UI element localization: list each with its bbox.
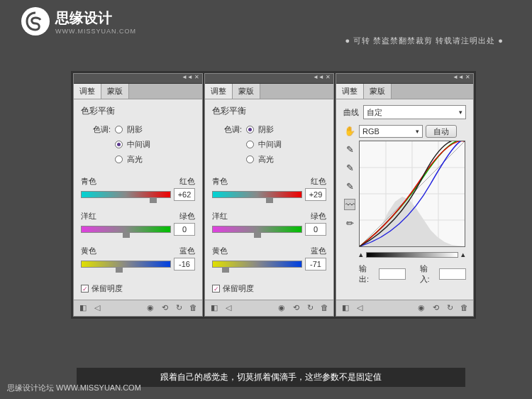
tab-adjust[interactable]: 调整 bbox=[74, 84, 101, 99]
section-title: 色彩平衡 bbox=[212, 105, 326, 117]
slider-thumb[interactable] bbox=[116, 267, 123, 273]
checkbox-preserve[interactable]: ✓ bbox=[212, 285, 220, 293]
reset-icon[interactable]: ⟲ bbox=[160, 303, 170, 313]
tab-adjust[interactable]: 调整 bbox=[205, 84, 233, 99]
slider-track-mg[interactable] bbox=[81, 226, 171, 233]
tab-adjust[interactable]: 调整 bbox=[336, 84, 364, 99]
checkbox-label: 保留明度 bbox=[92, 283, 123, 294]
white-point-icon[interactable]: ▴ bbox=[461, 250, 465, 259]
panel-titlebar[interactable] bbox=[205, 74, 333, 84]
tab-mask[interactable]: 蒙版 bbox=[364, 84, 392, 99]
value-cr[interactable]: +29 bbox=[305, 188, 326, 201]
preset-dropdown[interactable]: 自定 bbox=[363, 105, 466, 119]
panel-body: 色彩平衡 色调: 阴影 中间调 高光 bbox=[74, 99, 202, 300]
slider-track-cr[interactable] bbox=[212, 191, 302, 198]
input-value[interactable] bbox=[439, 268, 466, 280]
trash-icon[interactable]: 🗑 bbox=[459, 303, 469, 313]
output-value[interactable] bbox=[379, 268, 406, 280]
chevron-left-icon[interactable]: ◁ bbox=[355, 303, 365, 313]
brand-url: WWW.MISSYUAN.COM bbox=[55, 28, 136, 35]
label-green: 绿色 bbox=[179, 211, 195, 222]
slider-cyan-red: 青色红色 +62 bbox=[81, 176, 195, 201]
black-point-icon[interactable]: ▴ bbox=[359, 250, 363, 259]
chevron-left-icon[interactable]: ◁ bbox=[223, 303, 233, 313]
logo-text-wrap: 思缘设计 WWW.MISSYUAN.COM bbox=[55, 9, 136, 35]
refresh-icon[interactable]: ↻ bbox=[445, 303, 455, 313]
color-balance-panel-2: 调整 蒙版 色彩平衡 色调:阴影 中间调 高光 青色红色 +29 洋红绿色 0 bbox=[204, 73, 334, 317]
value-mg[interactable]: 0 bbox=[305, 223, 326, 236]
eyedropper-white-icon[interactable]: ✎ bbox=[344, 180, 355, 192]
panel-titlebar[interactable] bbox=[74, 74, 202, 84]
tone-label: 色调: bbox=[219, 124, 242, 135]
panel-titlebar[interactable] bbox=[336, 74, 473, 84]
layer-icon[interactable]: ◧ bbox=[78, 303, 88, 313]
slider-track-cr[interactable] bbox=[81, 191, 171, 198]
value-mg[interactable]: 0 bbox=[174, 223, 195, 236]
refresh-icon[interactable]: ↻ bbox=[174, 303, 184, 313]
radio-midtones[interactable] bbox=[115, 141, 123, 148]
slider-thumb[interactable] bbox=[150, 197, 157, 203]
gradient-bar[interactable] bbox=[366, 252, 458, 258]
output-label: 输出: bbox=[359, 263, 376, 285]
trash-icon[interactable]: 🗑 bbox=[188, 303, 198, 313]
slider-thumb[interactable] bbox=[266, 197, 273, 203]
radio-highlights[interactable] bbox=[246, 155, 254, 163]
checkbox-preserve[interactable]: ✓ bbox=[81, 285, 89, 293]
eye-icon[interactable]: ◉ bbox=[145, 303, 155, 313]
curve-point-icon[interactable]: 〰 bbox=[344, 199, 355, 210]
slider-thumb[interactable] bbox=[254, 232, 261, 238]
tone-row-highlights: 高光 bbox=[88, 154, 195, 165]
eyedropper-gray-icon[interactable]: ✎ bbox=[344, 162, 355, 173]
radio-shadows[interactable] bbox=[115, 126, 123, 133]
logo-icon bbox=[21, 7, 50, 35]
tab-mask[interactable]: 蒙版 bbox=[101, 84, 129, 99]
radio-midtones[interactable] bbox=[246, 141, 254, 148]
eye-icon[interactable]: ◉ bbox=[416, 303, 426, 313]
label-cyan: 青色 bbox=[212, 176, 228, 187]
label-red: 红色 bbox=[179, 176, 195, 187]
top-notice: ● 可转 禁盗禁翻禁裁剪 转载请注明出处 ● bbox=[345, 35, 504, 46]
label-blue: 蓝色 bbox=[311, 246, 326, 256]
panel-toolbar: ◧◁ ◉⟲↻🗑 bbox=[205, 300, 333, 316]
radio-label-midtones: 中间调 bbox=[258, 139, 282, 150]
value-cr[interactable]: +62 bbox=[174, 188, 195, 201]
radio-label-shadows: 阴影 bbox=[258, 124, 274, 135]
refresh-icon[interactable]: ↻ bbox=[305, 303, 315, 313]
label-yellow: 黄色 bbox=[81, 246, 96, 256]
eyedropper-black-icon[interactable]: ✎ bbox=[344, 143, 355, 155]
slider-track-yb[interactable] bbox=[212, 261, 302, 268]
label-magenta: 洋红 bbox=[212, 211, 228, 222]
section-title: 色彩平衡 bbox=[81, 105, 195, 117]
hand-icon[interactable]: ✋ bbox=[344, 125, 355, 136]
layer-icon[interactable]: ◧ bbox=[209, 303, 219, 313]
radio-label-highlights: 高光 bbox=[258, 154, 274, 165]
slider-group: 青色红色 +62 洋红绿色 0 黄色蓝色 bbox=[81, 176, 195, 270]
chevron-left-icon[interactable]: ◁ bbox=[92, 303, 102, 313]
slider-track-yb[interactable] bbox=[81, 261, 171, 268]
channel-dropdown[interactable]: RGB bbox=[359, 125, 423, 138]
value-yb[interactable]: -71 bbox=[305, 258, 326, 270]
tab-mask[interactable]: 蒙版 bbox=[233, 84, 260, 99]
eye-icon[interactable]: ◉ bbox=[277, 303, 287, 313]
trash-icon[interactable]: 🗑 bbox=[319, 303, 329, 313]
reset-icon[interactable]: ⟲ bbox=[431, 303, 440, 313]
label-cyan: 青色 bbox=[81, 176, 96, 187]
slider-magenta-green: 洋红绿色 0 bbox=[81, 211, 195, 236]
radio-shadows[interactable] bbox=[246, 126, 254, 133]
curves-graph[interactable] bbox=[359, 141, 465, 247]
pencil-icon[interactable]: ✏ bbox=[344, 217, 355, 229]
label-blue: 蓝色 bbox=[179, 246, 195, 256]
slider-thumb[interactable] bbox=[222, 267, 229, 273]
footer-text: 思缘设计论坛 WWW.MISSYUAN.COM bbox=[7, 383, 141, 393]
auto-button[interactable]: 自动 bbox=[426, 125, 457, 138]
slider-yellow-blue: 黄色蓝色 -16 bbox=[81, 246, 195, 270]
panel-tabs: 调整 蒙版 bbox=[74, 84, 202, 99]
radio-highlights[interactable] bbox=[115, 155, 123, 163]
reset-icon[interactable]: ⟲ bbox=[291, 303, 301, 313]
layer-icon[interactable]: ◧ bbox=[340, 303, 350, 313]
label-red: 红色 bbox=[311, 176, 326, 187]
slider-thumb[interactable] bbox=[123, 232, 130, 238]
color-balance-panel-1: 调整 蒙版 色彩平衡 色调: 阴影 中间调 高光 bbox=[73, 73, 203, 317]
slider-track-mg[interactable] bbox=[212, 226, 302, 233]
value-yb[interactable]: -16 bbox=[174, 258, 195, 270]
